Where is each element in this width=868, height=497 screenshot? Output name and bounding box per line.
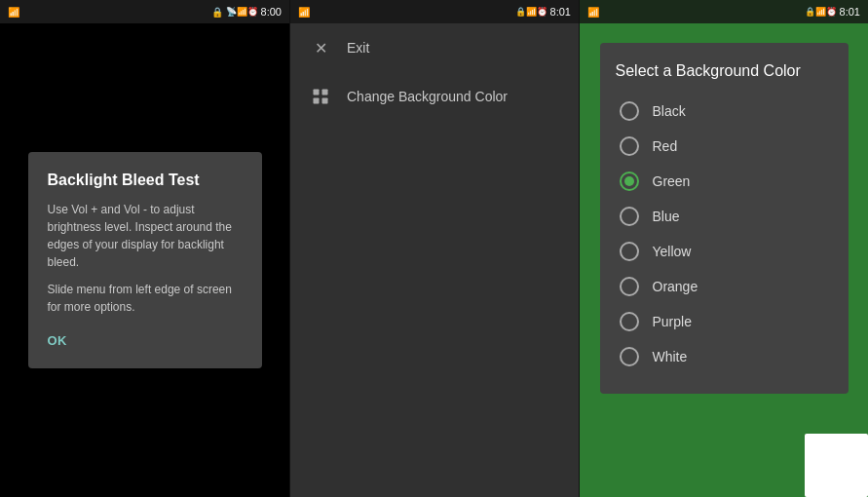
wifi-icon: 📶 <box>8 7 19 18</box>
dialog-body-1: Use Vol + and Vol - to adjust brightness… <box>48 201 243 271</box>
system-icons-2: 🔒📶⏰ <box>515 7 547 17</box>
panel3-content: Select a Background Color Black Red Gree… <box>580 23 868 497</box>
color-option-blue[interactable]: Blue <box>616 199 833 234</box>
change-bg-label: Change Background Color <box>347 89 508 104</box>
status-bar-1: 📶 🔒 📡📶⏰ 8:00 <box>0 0 289 23</box>
white-preview-box <box>805 434 868 497</box>
radio-purple <box>620 312 639 331</box>
status-right-3: 🔒📶⏰ 8:01 <box>805 6 860 18</box>
color-label-yellow: Yellow <box>653 244 692 259</box>
svg-rect-3 <box>322 98 328 104</box>
wifi-icon-3: 📶 <box>587 7 599 18</box>
dialog-body: Use Vol + and Vol - to adjust brightness… <box>48 201 243 316</box>
color-label-red: Red <box>653 138 678 154</box>
radio-red <box>620 136 639 156</box>
radio-yellow <box>620 242 639 261</box>
menu-exit-item[interactable]: ✕ Exit <box>290 23 579 72</box>
status-left-1: 📶 <box>8 7 19 18</box>
close-icon: ✕ <box>310 37 331 58</box>
radio-blue <box>620 207 639 226</box>
dialog-body-2: Slide menu from left edge of screen for … <box>48 281 243 316</box>
dialog-title: Backlight Bleed Test <box>48 172 243 189</box>
svg-rect-0 <box>314 90 320 96</box>
panel2-content: ✕ Exit Change Background Color <box>290 23 579 497</box>
svg-rect-2 <box>314 98 320 104</box>
color-option-green[interactable]: Green <box>616 164 833 199</box>
radio-orange <box>620 277 639 296</box>
palette-icon <box>310 86 331 107</box>
status-time-1: 8:00 <box>261 6 282 18</box>
radio-inner-green <box>624 176 634 186</box>
status-bar-2: 📶 🔒📶⏰ 8:01 <box>290 0 579 23</box>
panel-backlight-test: 📶 🔒 📡📶⏰ 8:00 Backlight Bleed Test Use Vo… <box>0 0 289 497</box>
menu-change-bg-item[interactable]: Change Background Color <box>290 72 579 121</box>
status-time-2: 8:01 <box>550 6 571 18</box>
system-icons-3: 🔒📶⏰ <box>805 7 837 17</box>
panel1-content: Backlight Bleed Test Use Vol + and Vol -… <box>0 23 289 497</box>
color-label-orange: Orange <box>653 279 698 294</box>
radio-white <box>620 347 639 366</box>
backlight-dialog: Backlight Bleed Test Use Vol + and Vol -… <box>28 152 262 368</box>
status-left-3: 📶 <box>587 7 599 18</box>
panel-menu: 📶 🔒📶⏰ 8:01 ✕ Exit Change Background Colo… <box>289 0 579 497</box>
wifi-icon-2: 📶 <box>298 7 310 18</box>
status-time-3: 8:01 <box>840 6 860 18</box>
radio-green <box>620 172 639 191</box>
battery-icon: 🔒 <box>211 7 223 18</box>
color-label-blue: Blue <box>653 209 680 224</box>
status-right-2: 🔒📶⏰ 8:01 <box>515 6 571 18</box>
color-option-red[interactable]: Red <box>616 129 833 164</box>
color-dialog-title: Select a Background Color <box>616 62 833 80</box>
status-left-2: 📶 <box>298 7 310 18</box>
color-option-purple[interactable]: Purple <box>616 304 833 339</box>
color-label-black: Black <box>653 103 686 119</box>
color-label-purple: Purple <box>653 314 692 329</box>
exit-label: Exit <box>347 40 369 56</box>
color-option-orange[interactable]: Orange <box>616 269 833 304</box>
radio-black <box>620 101 639 121</box>
ok-button[interactable]: OK <box>48 333 68 348</box>
panel-color-picker: 📶 🔒📶⏰ 8:01 Select a Background Color Bla… <box>579 0 868 497</box>
color-option-white[interactable]: White <box>616 339 833 374</box>
color-picker-dialog: Select a Background Color Black Red Gree… <box>600 43 849 394</box>
signal-icons: 📡📶⏰ <box>226 7 258 17</box>
svg-rect-1 <box>322 90 328 96</box>
status-right-1: 🔒 📡📶⏰ 8:00 <box>211 6 282 18</box>
color-option-yellow[interactable]: Yellow <box>616 234 833 269</box>
color-option-black[interactable]: Black <box>616 94 833 129</box>
status-bar-3: 📶 🔒📶⏰ 8:01 <box>580 0 868 23</box>
color-label-white: White <box>653 349 688 364</box>
color-label-green: Green <box>653 173 691 189</box>
